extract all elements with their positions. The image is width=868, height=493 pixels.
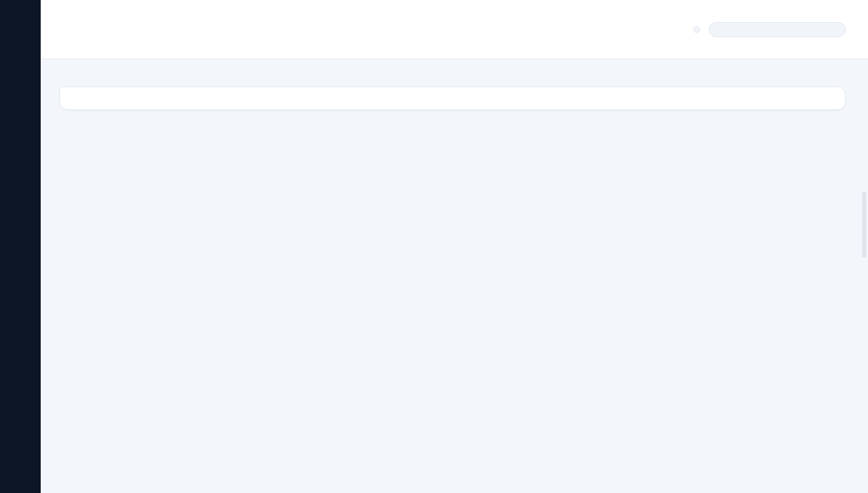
scrollbar-thumb[interactable] (862, 191, 866, 258)
date-filter-button[interactable] (709, 22, 846, 37)
view-toggle-group (693, 26, 700, 33)
main-area (41, 0, 868, 493)
page-header (41, 0, 868, 59)
tab-bar (59, 86, 61, 87)
header-actions (693, 22, 846, 37)
content-area (41, 59, 868, 493)
content-panel (59, 86, 846, 110)
sidebar (0, 0, 41, 493)
app-root (0, 0, 868, 493)
app-logo[interactable] (0, 0, 41, 41)
